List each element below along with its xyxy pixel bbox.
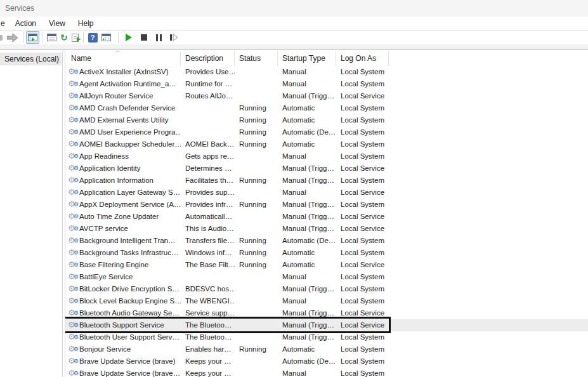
service-name: Auto Time Zone Updater <box>79 211 159 223</box>
service-row[interactable]: ⚙⚙ Bluetooth Audio Gateway Se… Service s… <box>65 307 588 319</box>
service-name-cell: ⚙⚙ Agent Activation Runtime_a… <box>65 78 181 90</box>
start-service-button[interactable] <box>124 31 134 44</box>
column-header-name[interactable]: Name ^ <box>65 51 181 66</box>
service-status <box>235 66 278 78</box>
menu-view[interactable]: View <box>42 17 72 30</box>
column-header-startup-type[interactable]: Startup Type <box>278 51 336 66</box>
service-log-on-as: Local Service <box>336 223 389 235</box>
toolbar: ↻ ? <box>0 30 588 44</box>
service-row[interactable]: ⚙⚙ AllJoyn Router Service Routes AllJo… … <box>65 90 588 102</box>
properties-button[interactable] <box>45 31 58 44</box>
service-row[interactable]: ⚙⚙ Bluetooth Support Service The Bluetoo… <box>65 319 588 331</box>
service-gear-icon: ⚙⚙ <box>68 236 78 246</box>
column-header-name-label: Name <box>71 54 91 63</box>
service-name: AMD Crash Defender Service <box>79 102 175 114</box>
service-description: Keeps your … <box>181 355 235 367</box>
service-name: Agent Activation Runtime_a… <box>79 78 176 90</box>
service-row[interactable]: ⚙⚙ Agent Activation Runtime_a… Runtime f… <box>65 78 588 90</box>
service-row[interactable]: ⚙⚙ Bluetooth User Support Serv… The Blue… <box>65 331 588 343</box>
service-name: Brave Update Service (brave… <box>79 367 180 377</box>
service-name: Base Filtering Engine <box>79 259 148 271</box>
service-status <box>235 90 278 102</box>
back-arrow-icon[interactable] <box>0 35 3 41</box>
service-name: App Readiness <box>79 150 129 162</box>
service-status: Running <box>235 102 278 114</box>
menu-help[interactable]: Help <box>72 17 100 30</box>
service-row[interactable]: ⚙⚙ AOMEI Backupper Scheduler… AOMEI Back… <box>65 138 588 150</box>
service-gear-icon: ⚙⚙ <box>68 164 78 173</box>
pause-service-button[interactable] <box>154 31 164 44</box>
service-name: Application Layer Gateway S… <box>79 187 180 199</box>
service-log-on-as: Local Service <box>336 319 389 331</box>
service-startup-type: Manual (Trigg… <box>278 162 336 175</box>
service-log-on-as: Local System <box>336 355 389 367</box>
service-name-cell: ⚙⚙ ActiveX Installer (AxInstSV) <box>65 66 181 78</box>
service-row[interactable]: ⚙⚙ Application Layer Gateway S… Provides… <box>65 187 588 199</box>
service-startup-type: Manual (Trigg… <box>278 331 336 343</box>
service-status: Running <box>235 138 278 150</box>
menu-file-partial[interactable]: e <box>0 17 9 30</box>
service-row[interactable]: ⚙⚙ Brave Update Service (brave… Keeps yo… <box>65 367 588 377</box>
service-row[interactable]: ⚙⚙ Brave Update Service (brave) Keeps yo… <box>65 355 588 367</box>
service-startup-type: Automatic <box>278 114 336 126</box>
service-log-on-as: Local Service <box>336 162 389 175</box>
service-row[interactable]: ⚙⚙ Block Level Backup Engine S… The WBEN… <box>65 295 588 307</box>
service-row[interactable]: ⚙⚙ Background Intelligent Tran… Transfer… <box>65 235 588 247</box>
service-row[interactable]: ⚙⚙ ActiveX Installer (AxInstSV) Provides… <box>65 66 588 78</box>
sort-ascending-icon: ^ <box>116 51 119 56</box>
refresh-button[interactable]: ↻ <box>58 31 70 44</box>
service-row[interactable]: ⚙⚙ Auto Time Zone Updater Automaticall… … <box>65 211 588 223</box>
service-row[interactable]: ⚙⚙ Background Tasks Infrastruc… Windows … <box>65 247 588 259</box>
service-row[interactable]: ⚙⚙ BattlEye Service Manual Local System <box>65 271 588 283</box>
service-row[interactable]: ⚙⚙ Bonjour Service Enables har… Running … <box>65 343 588 355</box>
show-console-tree-button[interactable] <box>26 31 39 44</box>
service-row[interactable]: ⚙⚙ AppX Deployment Service (A… Provides … <box>65 199 588 211</box>
service-row[interactable]: ⚙⚙ AVCTP service This is Audio… Manual (… <box>65 223 588 235</box>
stop-service-button[interactable] <box>139 31 149 44</box>
service-status <box>235 295 278 307</box>
service-gear-icon: ⚙⚙ <box>68 67 78 77</box>
service-row[interactable]: ⚙⚙ BitLocker Drive Encryption S… BDESVC … <box>65 283 588 295</box>
service-status: Running <box>235 247 278 259</box>
tree-item-services-local[interactable]: Services (Local) <box>0 53 62 65</box>
forward-arrow-icon[interactable] <box>5 31 20 44</box>
service-row[interactable]: ⚙⚙ Base Filtering Engine The Base Filt… … <box>65 259 588 271</box>
service-log-on-as: Local Service <box>336 187 389 199</box>
service-row[interactable]: ⚙⚙ AMD User Experience Progra… Running A… <box>65 126 588 138</box>
help-button[interactable]: ? <box>86 31 100 44</box>
service-gear-icon: ⚙⚙ <box>68 296 78 306</box>
service-log-on-as: Local System <box>336 102 389 114</box>
service-row[interactable]: ⚙⚙ Application Information Facilitates t… <box>65 175 588 187</box>
restart-service-icon <box>169 34 179 41</box>
service-gear-icon: ⚙⚙ <box>68 248 78 258</box>
service-log-on-as: Local System <box>336 271 389 283</box>
service-description: Windows inf… <box>181 247 235 259</box>
service-log-on-as: Local System <box>336 235 389 247</box>
service-log-on-as: Local System <box>336 66 389 78</box>
service-status: Running <box>235 175 278 187</box>
service-name-cell: ⚙⚙ AVCTP service <box>65 223 181 235</box>
service-log-on-as: Local System <box>336 150 389 162</box>
restart-service-button[interactable] <box>167 31 181 44</box>
column-header-status[interactable]: Status <box>235 51 278 66</box>
show-action-pane-button[interactable] <box>100 31 113 44</box>
service-row[interactable]: ⚙⚙ Application Identity Determines … Man… <box>65 162 588 175</box>
service-name-cell: ⚙⚙ Application Identity <box>65 162 181 175</box>
service-row[interactable]: ⚙⚙ App Readiness Gets apps re… Manual Lo… <box>65 150 588 162</box>
service-name: AllJoyn Router Service <box>79 90 153 102</box>
service-row[interactable]: ⚙⚙ AMD External Events Utility Running A… <box>65 114 588 126</box>
service-description <box>181 114 235 126</box>
service-description: This is Audio… <box>181 223 235 235</box>
service-row[interactable]: ⚙⚙ AMD Crash Defender Service Running Au… <box>65 102 588 114</box>
service-name-cell: ⚙⚙ AMD External Events Utility <box>65 114 181 126</box>
column-header-description[interactable]: Description <box>181 51 235 66</box>
console-tree-icon <box>28 34 37 41</box>
service-status <box>235 355 278 367</box>
export-list-button[interactable] <box>70 31 81 44</box>
service-status <box>235 162 278 175</box>
toolbar-bottom-strip <box>0 44 588 50</box>
service-name-cell: ⚙⚙ Auto Time Zone Updater <box>65 211 181 223</box>
service-status <box>235 307 278 319</box>
column-header-log-on-as[interactable]: Log On As <box>336 51 389 66</box>
menu-action[interactable]: Action <box>9 17 42 30</box>
